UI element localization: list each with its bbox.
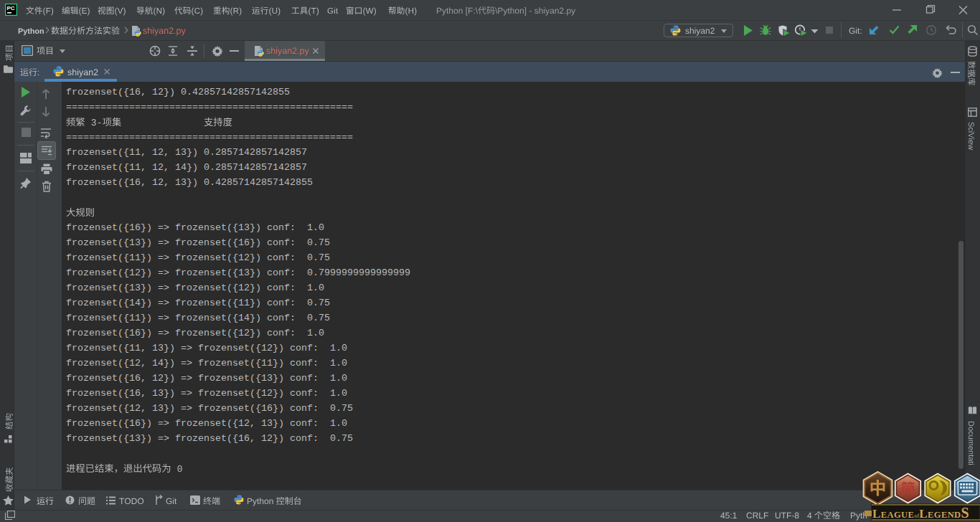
svg-text:PC: PC [7, 5, 15, 11]
svg-text:LEAGUEofLEGENDS: LEAGUEofLEGENDS [872, 505, 969, 521]
